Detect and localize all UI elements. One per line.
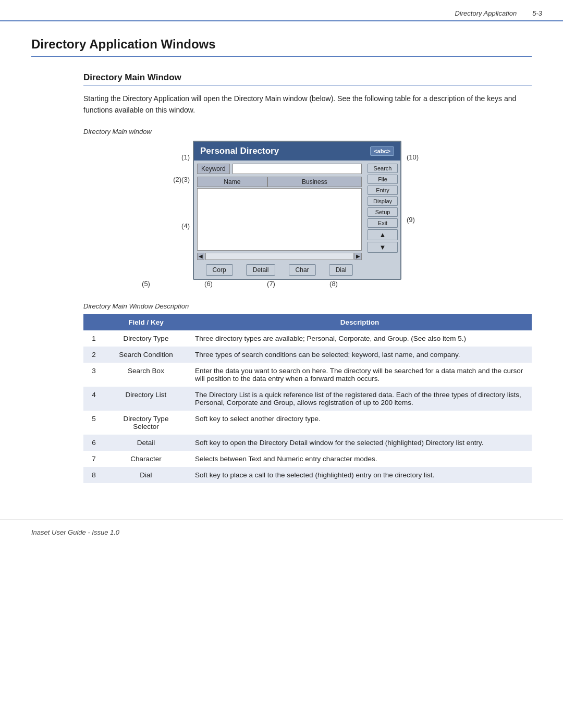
entry-button[interactable]: Entry [368,186,398,195]
window-main-area: Keyword Name Business ◀ [194,161,365,279]
table-caption: Directory Main Window Description [83,302,532,310]
row-field: Directory Type [104,330,188,347]
row-description: Three directory types are available; Per… [188,330,532,347]
file-button[interactable]: File [368,175,398,184]
window-title-bar: Personal Directory <abc> [194,142,400,161]
right-function-keys: Search File Entry Display Setup Exit ▲ ▼ [365,161,400,279]
label-8: (8) [329,280,338,288]
row-number: 6 [83,435,104,451]
row-number: 4 [83,387,104,411]
keyword-label: Keyword [197,164,230,174]
detail-button[interactable]: Detail [246,264,276,276]
row-field: Dial [104,467,188,483]
window-body: Keyword Name Business ◀ [194,161,400,279]
row-number: 1 [83,330,104,347]
row-field: Search Condition [104,347,188,363]
directory-list [197,188,362,251]
table-row: 1Directory TypeThree directory types are… [83,330,532,347]
section-directory-main: Directory Main Window Starting the Direc… [31,72,532,483]
label-4: (4) [181,222,190,230]
table-header-num [83,314,104,330]
down-arrow-button[interactable]: ▼ [368,242,398,253]
table-row: 3Search BoxEnter the data you want to se… [83,363,532,387]
label-23: (2)(3) [173,176,190,183]
table-header-field: Field / Key [104,314,188,330]
table-row: 7CharacterSelects between Text and Numer… [83,451,532,467]
row-description: Three types of search conditions can be … [188,347,532,363]
table-header-desc: Description [188,314,532,330]
diagram-left-labels: (1) (2)(3) (4) [162,141,193,264]
row-description: Soft key to open the Directory Detail wi… [188,435,532,451]
main-content: Directory Application Windows Directory … [0,21,563,504]
description-table: Field / Key Description 1Directory TypeT… [83,314,532,483]
col-business: Business [267,177,362,187]
scroll-right-btn[interactable]: ▶ [354,253,362,260]
row-number: 3 [83,363,104,387]
section-title: Directory Main Window [83,72,532,85]
page-footer: Inaset User Guide - Issue 1.0 [0,520,563,545]
table-row: 6DetailSoft key to open the Directory De… [83,435,532,451]
label-1: (1) [181,153,190,161]
label-5: (5) [142,280,150,288]
row-description: Soft key to place a call to the selected… [188,467,532,483]
bottom-soft-keys: Corp Detail Char Dial [197,262,362,279]
header-page-number: 5-3 [532,9,542,17]
directory-main-window: Personal Directory <abc> Keyword [193,141,401,280]
row-description: Soft key to select another directory typ… [188,411,532,435]
row-field: Directory Type Selector [104,411,188,435]
col-name: Name [197,177,267,187]
section-description: Starting the Directory Application will … [83,93,532,116]
directory-window-diagram: (1) (2)(3) (4) Personal Directory <abc> [162,141,454,280]
table-row: 8DialSoft key to place a call to the sel… [83,467,532,483]
row-number: 8 [83,467,104,483]
page-header: Directory Application 5-3 [0,0,563,21]
row-number: 5 [83,411,104,435]
row-field: Detail [104,435,188,451]
row-description: The Directory List is a quick reference … [188,387,532,411]
table-row: 2Search ConditionThree types of search c… [83,347,532,363]
abc-button[interactable]: <abc> [370,146,394,156]
corp-button[interactable]: Corp [206,264,233,276]
row-description: Selects between Text and Numeric entry c… [188,451,532,467]
dial-button[interactable]: Dial [329,264,353,276]
label-9: (9) [407,216,415,224]
search-input[interactable] [232,164,362,174]
row-number: 2 [83,347,104,363]
search-row: Keyword [197,164,362,174]
display-button[interactable]: Display [368,196,398,206]
window-title: Personal Directory [200,146,279,156]
row-description: Enter the data you want to search on her… [188,363,532,387]
char-button[interactable]: Char [289,264,316,276]
scroll-track [205,253,353,260]
footer-text: Inaset User Guide - Issue 1.0 [31,528,119,536]
label-7: (7) [267,280,275,288]
search-button[interactable]: Search [368,164,398,173]
label-10: (10) [407,153,419,161]
setup-button[interactable]: Setup [368,207,398,217]
label-6: (6) [204,280,213,288]
row-number: 7 [83,451,104,467]
table-row: 5Directory Type SelectorSoft key to sele… [83,411,532,435]
horizontal-scrollbar: ◀ ▶ [197,253,362,260]
table-row: 4Directory ListThe Directory List is a q… [83,387,532,411]
scroll-left-btn[interactable]: ◀ [197,253,204,260]
diagram-right-labels: (10) (9) [401,141,433,268]
row-field: Search Box [104,363,188,387]
page-title: Directory Application Windows [31,37,532,57]
column-headers: Name Business [197,177,362,187]
exit-button[interactable]: Exit [368,218,398,228]
diagram-caption: Directory Main window [83,128,532,135]
row-field: Directory List [104,387,188,411]
up-arrow-button[interactable]: ▲ [368,229,398,240]
header-section-title: Directory Application [455,9,517,17]
diagram-bottom-labels: (5) (6) (7) (8) [115,280,365,288]
row-field: Character [104,451,188,467]
